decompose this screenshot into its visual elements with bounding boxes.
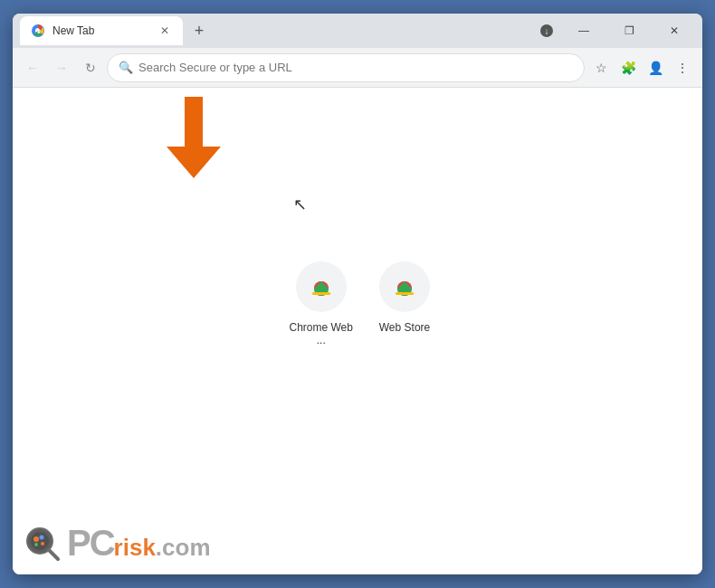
pcrisk-logo: [24, 525, 62, 563]
svg-point-13: [40, 535, 44, 539]
shortcuts-grid: Chrome Web ... Web Store: [285, 261, 430, 346]
extensions-icon: 🧩: [621, 61, 636, 75]
tab-title: New Tab: [52, 24, 150, 37]
watermark-pc: PC: [67, 523, 114, 564]
cursor: ↖: [293, 194, 307, 214]
profile-button[interactable]: 👤: [643, 55, 668, 81]
address-bar[interactable]: 🔍: [107, 53, 585, 82]
toolbar: ← → ↻ 🔍 ☆ 🧩 👤 ⋮: [13, 48, 702, 88]
svg-rect-7: [312, 292, 330, 295]
tab-favicon: [31, 24, 45, 38]
reload-button[interactable]: ↻: [78, 55, 103, 81]
shortcut-icon-chrome-web[interactable]: [296, 261, 347, 312]
bookmark-icon: ☆: [596, 61, 607, 75]
list-item[interactable]: Chrome Web ...: [285, 261, 358, 346]
minimize-button[interactable]: —: [563, 17, 605, 44]
close-button[interactable]: ✕: [653, 17, 695, 44]
shortcut-label-web-store: Web Store: [379, 321, 430, 334]
svg-point-14: [34, 543, 38, 546]
watermark-risk: risk: [114, 534, 156, 562]
watermark: PC risk .com: [24, 523, 211, 564]
download-icon: ↓: [539, 24, 554, 38]
search-icon: 🔍: [119, 61, 133, 74]
browser-tab[interactable]: New Tab ✕: [20, 16, 183, 45]
tab-close-button[interactable]: ✕: [157, 24, 172, 38]
menu-button[interactable]: ⋮: [670, 55, 695, 81]
arrow-annotation: [157, 97, 230, 178]
profile-icon: 👤: [648, 61, 663, 75]
toolbar-actions: ☆ 🧩 👤 ⋮: [588, 55, 695, 81]
svg-text:↓: ↓: [545, 26, 549, 36]
svg-line-16: [49, 550, 58, 559]
url-input[interactable]: [138, 61, 573, 74]
extensions-button[interactable]: 🧩: [615, 55, 641, 81]
shortcut-icon-web-store[interactable]: [379, 261, 430, 312]
maximize-button[interactable]: ❐: [608, 17, 650, 44]
page-content: ↖ Chrome Web ...: [13, 88, 702, 574]
bookmark-button[interactable]: ☆: [588, 55, 614, 81]
new-tab-button[interactable]: +: [186, 18, 212, 43]
browser-window: New Tab ✕ + ↓ — ❐ ✕ ← → ↻ 🔍: [13, 14, 702, 574]
svg-rect-9: [396, 292, 414, 295]
shortcut-label-chrome-web: Chrome Web ...: [285, 321, 358, 346]
back-button[interactable]: ←: [20, 55, 45, 81]
svg-point-12: [33, 536, 39, 542]
svg-point-15: [41, 542, 44, 545]
list-item[interactable]: Web Store: [379, 261, 430, 346]
svg-point-11: [31, 532, 49, 550]
title-bar: New Tab ✕ + ↓ — ❐ ✕: [13, 14, 702, 48]
svg-marker-5: [167, 97, 221, 178]
watermark-dotcom: .com: [156, 534, 211, 562]
window-controls: — ❐ ✕: [563, 17, 695, 44]
menu-icon: ⋮: [676, 61, 689, 75]
forward-button[interactable]: →: [49, 55, 74, 81]
download-icon-btn[interactable]: ↓: [534, 18, 559, 43]
